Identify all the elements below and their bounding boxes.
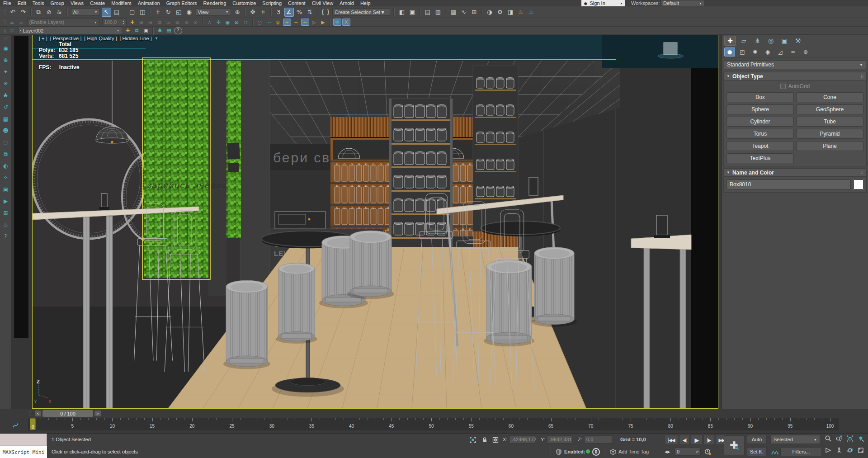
collapse-anim-layer-icon[interactable]: ⊠ <box>174 19 182 26</box>
palette-icon[interactable]: ◐ <box>1 161 10 170</box>
absolute-mode-icon[interactable] <box>491 435 500 444</box>
light-bulb-icon[interactable]: ✦ <box>1 67 10 76</box>
copy-anim-layer-icon[interactable]: ⧉ <box>156 19 164 26</box>
menu-modifiers[interactable]: Modifiers <box>108 0 135 6</box>
select-object-icon[interactable]: ↖ <box>102 8 111 17</box>
filters-button[interactable]: Filters... <box>780 447 822 456</box>
video-camera-icon[interactable]: ◉ <box>1 44 10 53</box>
merge-anim-layer-icon[interactable]: ⊗ <box>183 19 191 26</box>
layers-icon[interactable]: ⧉ <box>1 150 10 159</box>
render-setup-icon[interactable]: ⚙ <box>495 8 505 17</box>
toolbar-grip[interactable]: ⣿ <box>4 20 6 24</box>
menu-customize[interactable]: Customize <box>229 0 259 6</box>
key-filter-dropdown[interactable]: Selected ▼ <box>770 435 820 444</box>
bulb-gear-icon[interactable]: ✧ <box>1 173 10 182</box>
select-and-manipulate-icon[interactable]: ✜ <box>248 8 258 17</box>
modify-tab[interactable]: ▱ <box>738 36 750 46</box>
select-and-move-icon[interactable]: ✛ <box>153 8 163 17</box>
time-slider-prev-button[interactable]: < <box>34 410 42 417</box>
menu-help[interactable]: Help <box>357 0 374 6</box>
zoom-icon[interactable] <box>824 434 833 443</box>
delete-anim-layer-icon[interactable]: ⊟ <box>146 19 155 26</box>
lights-subtab[interactable]: ✺ <box>750 47 760 57</box>
animation-layers-icon[interactable]: ≣ <box>8 19 16 26</box>
layer-weight-field[interactable]: 100,0▴▾ <box>102 19 127 26</box>
toolbar-grip[interactable]: ⣿ <box>4 10 6 14</box>
object-type-rollout-header[interactable]: ▼ Object Type ⁞⁞ <box>723 72 867 80</box>
curve-editor-icon[interactable]: ∿ <box>459 8 468 17</box>
geometry-subtab[interactable]: ● <box>724 47 735 57</box>
select-and-scale-icon[interactable]: ◱ <box>174 8 184 17</box>
space-warps-subtab[interactable]: ≈ <box>788 47 798 57</box>
teapot-button[interactable]: Teapot <box>726 141 794 151</box>
select-and-place-icon[interactable]: ◉ <box>184 8 194 17</box>
track-bar[interactable]: 5101520253035404550556065707580859095100… <box>0 418 868 433</box>
key-filter-curve-icon[interactable] <box>770 448 779 457</box>
track-bar-ruler[interactable]: 5101520253035404550556065707580859095100… <box>28 418 839 433</box>
help-circle-icon[interactable]: ? <box>174 27 182 34</box>
spinner-snap-toggle-icon[interactable]: ⇅ <box>305 8 315 17</box>
named-selection-set-field[interactable]: Create Selection Set▼ <box>332 8 390 16</box>
percent-snap-toggle-icon[interactable]: % <box>295 8 304 17</box>
menu-content[interactable]: Content <box>285 0 309 6</box>
align-icon[interactable]: ▣ <box>407 8 417 17</box>
y-coord-field[interactable]: -9642,431 <box>547 435 572 444</box>
x-key-icon[interactable]: X <box>342 19 350 26</box>
toolbar-grip[interactable]: ⣿ <box>4 28 6 33</box>
menu-tools[interactable]: Tools <box>29 0 47 6</box>
shield-icon[interactable] <box>554 448 563 457</box>
cone-button[interactable]: Cone <box>796 92 863 102</box>
z-coord-field[interactable]: 0,0 <box>584 435 612 444</box>
orbit-icon[interactable] <box>845 446 854 455</box>
frame-nudge-icon[interactable]: ◀▶ <box>665 450 670 454</box>
menu-create[interactable]: Create <box>87 0 108 6</box>
list-icon[interactable]: ▤ <box>1 114 10 123</box>
edit-named-selection-sets-icon[interactable]: { } <box>321 8 331 17</box>
set-key-button[interactable]: Set K. <box>747 447 767 456</box>
rendered-frame-window-icon[interactable]: ◨ <box>505 8 515 17</box>
menu-graph-editors[interactable]: Graph Editors <box>163 0 200 6</box>
cameras-subtab[interactable]: ◉ <box>762 47 773 57</box>
set-keys-button[interactable] <box>724 435 745 455</box>
zoom-all-icon[interactable] <box>835 434 844 443</box>
geosphere-button[interactable]: GeoSphere <box>796 104 863 114</box>
spinner-arrows[interactable]: ▴▾ <box>123 19 124 25</box>
go-to-start-icon[interactable]: |◀◀ <box>665 435 678 445</box>
material-editor-icon[interactable]: ◑ <box>485 8 494 17</box>
zoom-region-icon[interactable] <box>856 434 865 443</box>
minus-key-icon[interactable]: − <box>292 19 300 26</box>
time-slider-grip[interactable]: ⣿ <box>29 411 31 416</box>
maximize-viewport-icon[interactable] <box>856 446 865 455</box>
trees-icon[interactable]: ♣ <box>156 27 164 34</box>
use-pivot-point-center-icon[interactable]: ⊕ <box>233 8 242 17</box>
current-frame-field[interactable]: 0 ▴▾ <box>675 448 701 456</box>
menu-scripting[interactable]: Scripting <box>259 0 285 6</box>
walk-through-icon[interactable] <box>835 446 844 455</box>
menu-animation[interactable]: Animation <box>135 0 163 6</box>
field-of-view-icon[interactable] <box>824 446 833 455</box>
select-layer-objects-icon[interactable]: ▣ <box>142 27 150 34</box>
toggle-layer-explorer-icon[interactable]: ▥ <box>433 8 443 17</box>
filter-funnel-icon[interactable]: ▼ <box>154 36 158 41</box>
enable-layers-dropdown[interactable]: (Enable Layers)▼ <box>27 19 99 26</box>
next-frame-icon[interactable]: |▶ <box>703 435 714 445</box>
snowflake-key-icon[interactable]: ✻ <box>333 19 341 26</box>
hierarchy-tab[interactable]: ⋔ <box>751 36 763 46</box>
plane-button[interactable]: Plane <box>796 141 863 151</box>
dot-sphere-icon[interactable]: ◉ <box>224 19 232 26</box>
viewport-menu-general[interactable]: [ + ] <box>39 36 47 41</box>
unlink-selection-icon[interactable]: ⊘ <box>44 8 54 17</box>
gizmo-box-icon[interactable]: ⊠ <box>233 19 241 26</box>
bind-to-space-warp-icon[interactable]: ≋ <box>55 8 64 17</box>
monitor-icon[interactable]: ▣ <box>1 185 10 194</box>
sun-icon[interactable]: ☀ <box>1 79 10 88</box>
add-anim-layer-icon[interactable]: ⊞ <box>137 19 146 26</box>
perspective-viewport[interactable]: бери свой напиток здесь <box>32 35 718 409</box>
object-name-field[interactable] <box>726 179 851 189</box>
minus-key-box-icon[interactable]: − <box>301 19 309 26</box>
isolate-selection-icon[interactable] <box>468 435 477 444</box>
foliage-icon[interactable]: ♣ <box>1 91 10 100</box>
toggle-scene-explorer-icon[interactable]: ▤ <box>423 8 432 17</box>
zoom-extents-icon[interactable] <box>845 434 854 443</box>
monitor-play-icon[interactable]: ▶ <box>1 197 10 206</box>
